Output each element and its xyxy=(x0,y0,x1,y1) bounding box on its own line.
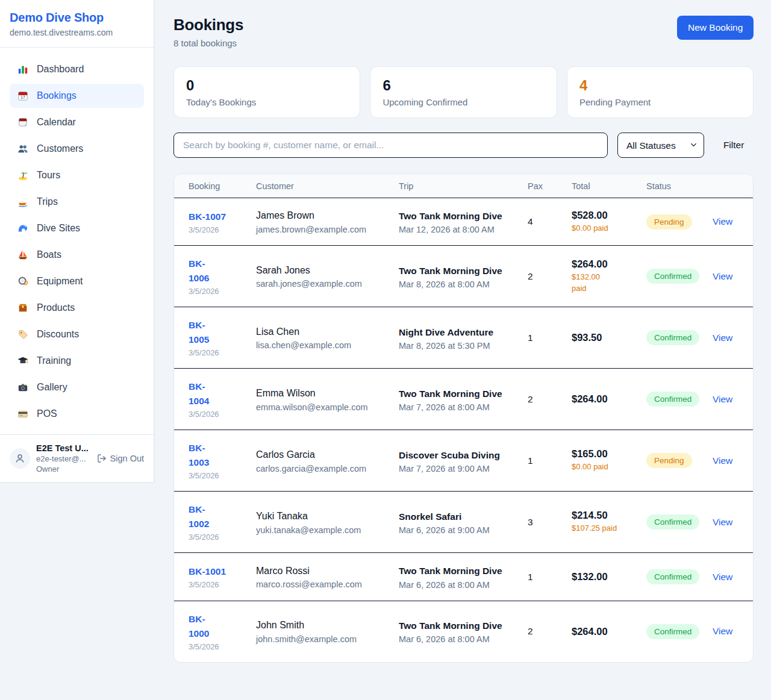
sidebar-item-equipment[interactable]: Equipment xyxy=(10,269,144,293)
total-amount: $165.00 xyxy=(572,448,640,460)
sidebar-item-dive-sites[interactable]: Dive Sites xyxy=(10,216,144,240)
status-badge: Confirmed xyxy=(646,330,699,345)
pax-count: 2 xyxy=(528,626,572,637)
training-cap-icon xyxy=(17,355,29,367)
trip-datetime: Mar 6, 2026 at 8:00 AM xyxy=(399,634,522,644)
user-section: E2E Test U... e2e-tester@... Owner Sign … xyxy=(0,434,154,482)
sign-out-button[interactable]: Sign Out xyxy=(97,454,144,463)
col-header-customer: Customer xyxy=(256,181,399,191)
status-badge: Pending xyxy=(646,214,692,230)
table-row: BK- 1000 3/5/2026 John Smith john.smith@… xyxy=(174,601,753,662)
trip-name: Night Dive Adventure xyxy=(399,325,505,339)
sidebar-item-boats[interactable]: Boats xyxy=(10,243,144,267)
sidebar-item-label: Gallery xyxy=(37,382,67,393)
customer-name: John Smith xyxy=(256,619,393,632)
calendar-icon xyxy=(17,116,29,128)
trip-datetime: Mar 8, 2026 at 8:00 AM xyxy=(399,280,522,289)
booking-id-link[interactable]: BK- 1004 xyxy=(189,381,209,406)
table-row: BK- 1005 3/5/2026 Lisa Chen lisa.chen@ex… xyxy=(174,307,753,369)
booking-id-link[interactable]: BK- 1005 xyxy=(189,320,209,345)
view-link[interactable]: View xyxy=(713,455,732,466)
brand-domain: demo.test.divestreams.com xyxy=(10,28,144,37)
new-booking-button[interactable]: New Booking xyxy=(677,16,754,40)
customer-email: marco.rossi@example.com xyxy=(256,580,393,589)
total-amount: $214.50 xyxy=(572,510,640,521)
trip-name: Discover Scuba Diving xyxy=(399,448,505,462)
view-link[interactable]: View xyxy=(713,572,732,582)
sidebar-nav: Dashboard 17 Bookings Calendar Customers… xyxy=(0,48,154,433)
paid-amount: $132.00 paid xyxy=(572,272,640,295)
status-badge: Confirmed xyxy=(646,624,699,639)
customer-name: Carlos Garcia xyxy=(256,448,393,461)
customer-email: john.smith@example.com xyxy=(256,634,393,644)
booking-id-link[interactable]: BK-1001 xyxy=(189,566,226,577)
paid-amount: $0.00 paid xyxy=(572,223,640,234)
filter-button[interactable]: Filter xyxy=(714,140,754,151)
booking-id-link[interactable]: BK- 1002 xyxy=(189,504,209,529)
sidebar-item-training[interactable]: Training xyxy=(10,349,144,373)
stat-value: 0 xyxy=(186,77,348,94)
booking-date: 3/5/2026 xyxy=(189,580,250,589)
trip-datetime: Mar 8, 2026 at 5:30 PM xyxy=(399,341,522,351)
customers-icon xyxy=(17,143,29,155)
sidebar-item-products[interactable]: Products xyxy=(10,296,144,320)
view-link[interactable]: View xyxy=(713,626,732,636)
view-link[interactable]: View xyxy=(713,216,732,227)
customer-name: Sarah Jones xyxy=(256,264,393,277)
sidebar-item-label: Dive Sites xyxy=(37,223,80,234)
trip-datetime: Mar 7, 2026 at 9:00 AM xyxy=(399,464,522,473)
view-link[interactable]: View xyxy=(713,333,732,343)
total-amount: $132.00 xyxy=(572,571,640,583)
booking-id-link[interactable]: BK-1007 xyxy=(189,211,226,222)
sign-out-label: Sign Out xyxy=(110,454,144,463)
customer-email: sarah.jones@example.com xyxy=(256,279,393,289)
pos-card-icon xyxy=(17,408,29,420)
sidebar-item-label: Discounts xyxy=(37,329,79,340)
view-link[interactable]: View xyxy=(713,517,732,527)
status-badge: Confirmed xyxy=(646,269,699,284)
total-amount: $93.50 xyxy=(572,332,640,343)
user-role: Owner xyxy=(36,464,91,473)
sidebar-item-bookings[interactable]: 17 Bookings xyxy=(10,84,144,108)
brand-block: Demo Dive Shop demo.test.divestreams.com xyxy=(0,0,154,48)
customer-email: lisa.chen@example.com xyxy=(256,340,393,350)
booking-id-link[interactable]: BK- 1006 xyxy=(189,258,209,283)
customer-name: James Brown xyxy=(256,209,393,222)
paid-amount: $0.00 paid xyxy=(572,461,640,473)
customer-email: emma.wilson@example.com xyxy=(256,402,393,412)
booking-date: 3/5/2026 xyxy=(189,287,250,296)
dive-sites-wave-icon xyxy=(17,222,29,234)
sidebar-item-label: Boats xyxy=(37,249,61,260)
search-input[interactable] xyxy=(173,133,608,158)
sidebar-item-tours[interactable]: Tours xyxy=(10,163,144,187)
sidebar-item-discounts[interactable]: Discounts xyxy=(10,322,144,346)
sidebar-item-label: Dashboard xyxy=(37,64,84,75)
trip-datetime: Mar 7, 2026 at 8:00 AM xyxy=(399,402,522,412)
booking-date: 3/5/2026 xyxy=(189,410,250,419)
sidebar-item-calendar[interactable]: Calendar xyxy=(10,110,144,134)
bookings-calendar-icon: 17 xyxy=(17,90,29,102)
table-row: BK-1001 3/5/2026 Marco Rossi marco.rossi… xyxy=(174,553,753,601)
booking-date: 3/5/2026 xyxy=(189,348,250,357)
paid-amount: $107.25 paid xyxy=(572,523,640,534)
sidebar-item-trips[interactable]: Trips xyxy=(10,190,144,214)
view-link[interactable]: View xyxy=(713,394,732,404)
stat-value: 6 xyxy=(382,77,544,94)
sidebar-item-label: Products xyxy=(37,302,75,313)
view-link[interactable]: View xyxy=(713,271,732,281)
sidebar-item-customers[interactable]: Customers xyxy=(10,137,144,161)
booking-id-link[interactable]: BK- 1003 xyxy=(189,443,209,467)
status-select[interactable]: All Statuses xyxy=(617,133,704,158)
pax-count: 1 xyxy=(528,333,572,343)
sidebar-item-pos[interactable]: POS xyxy=(10,402,144,426)
booking-id-link[interactable]: BK- 1000 xyxy=(189,614,209,639)
sidebar-item-gallery[interactable]: Gallery xyxy=(10,375,144,399)
customer-name: Emma Wilson xyxy=(256,387,393,400)
table-row: BK- 1006 3/5/2026 Sarah Jones sarah.jone… xyxy=(174,246,753,307)
customer-name: Marco Rossi xyxy=(256,564,393,578)
pax-count: 1 xyxy=(528,572,572,583)
discounts-tag-icon xyxy=(17,328,29,340)
total-amount: $264.00 xyxy=(572,258,640,270)
sidebar-item-dashboard[interactable]: Dashboard xyxy=(10,57,144,81)
sidebar-item-label: Bookings xyxy=(37,90,76,101)
